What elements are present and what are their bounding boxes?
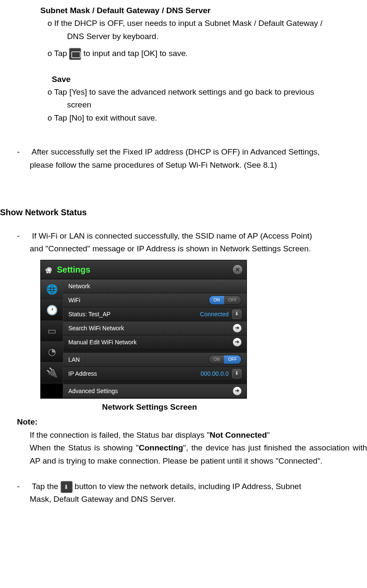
arrow-right-icon: ➔ xyxy=(233,324,241,332)
image-caption: Network Settings Screen xyxy=(0,401,367,414)
dash: - xyxy=(17,480,30,493)
advanced-label: Advanced Settings xyxy=(68,386,233,396)
wifi-label: WiFi xyxy=(68,295,209,305)
sidebar-network-icon[interactable]: 🌐 xyxy=(41,279,63,300)
heading: Show Network Status xyxy=(0,205,367,219)
sidebar-clock-icon[interactable]: 🕐 xyxy=(41,300,63,321)
text: If the connection is failed, the Status … xyxy=(30,430,210,439)
dash-cont: please follow the same procedures of Set… xyxy=(30,159,367,172)
section-title: Save xyxy=(52,73,367,86)
toggle-on-inactive: ON xyxy=(209,355,224,364)
list-item-cont: DNS Server by keyboard. xyxy=(67,30,367,43)
wifi-row: WiFi ON OFF xyxy=(63,293,247,307)
text: If Wi-Fi or LAN is connected successfull… xyxy=(32,231,312,240)
status-label: Status: Test_AP xyxy=(68,309,200,319)
text: When the Status is showing " xyxy=(30,443,139,452)
lan-row: LAN ON OFF xyxy=(63,353,247,367)
toggle-on: ON xyxy=(209,296,224,304)
lan-toggle[interactable]: ON OFF xyxy=(209,355,241,364)
network-header: Network xyxy=(63,279,247,293)
search-wifi-row[interactable]: Search WiFi Network ➔ xyxy=(63,321,247,335)
sidebar-display-icon[interactable]: ▭ xyxy=(41,321,63,342)
status-action-icon[interactable]: ⬇ xyxy=(232,309,241,319)
section-title: Subnet Mask / Default Gateway / DNS Serv… xyxy=(40,4,367,17)
sidebar: 🌐 🕐 ▭ ◔ 🔌 xyxy=(41,279,63,398)
text: o Tap xyxy=(48,49,69,58)
keyboard-icon xyxy=(69,48,81,60)
status-row: Status: Test_AP Connected ⬇ xyxy=(63,307,247,321)
manual-edit-row[interactable]: Manual Edit WiFi Network ➔ xyxy=(63,335,247,349)
bold-text: Not Connected xyxy=(210,430,267,439)
text: " xyxy=(267,430,270,439)
note-content: When the Status is showing "Connecting",… xyxy=(30,442,367,467)
text: After successfully set the Fixed IP addr… xyxy=(31,147,319,156)
lan-label: LAN xyxy=(68,355,209,364)
sidebar-power-icon[interactable]: 🔌 xyxy=(41,363,63,383)
settings-body: 🌐 🕐 ▭ ◔ 🔌 Network WiFi ON OFF Status: Te… xyxy=(41,279,247,398)
text: button to view the network details, incl… xyxy=(75,482,301,491)
list-item: o If the DHCP is OFF, user needs to inpu… xyxy=(48,17,367,30)
settings-title: Settings xyxy=(57,263,233,276)
spacer xyxy=(63,381,247,384)
note-heading: Note: xyxy=(17,416,367,428)
wifi-toggle[interactable]: ON OFF xyxy=(209,295,241,305)
ip-label: IP Address xyxy=(68,369,201,378)
text: to input and tap [OK] to save. xyxy=(84,49,188,58)
spacer xyxy=(63,349,247,353)
text: Tap the xyxy=(32,482,61,491)
dash-item: - After successfully set the Fixed IP ad… xyxy=(17,146,367,158)
advanced-row[interactable]: Advanced Settings ➔ xyxy=(63,384,247,398)
download-icon xyxy=(61,481,73,493)
sidebar-disc-icon[interactable]: ◔ xyxy=(41,342,63,363)
dash: - xyxy=(17,230,30,242)
arrow-right-icon: ➔ xyxy=(233,338,241,346)
dash-cont: Mask, Default Gateway and DNS Server. xyxy=(30,493,367,506)
list-item: o Tap to input and tap [OK] to save. xyxy=(48,47,367,60)
settings-screenshot: Settings ✕ 🌐 🕐 ▭ ◔ 🔌 Network WiFi ON OFF… xyxy=(40,260,247,399)
list-item: o Tap [Yes] to save the advanced network… xyxy=(48,86,367,98)
ip-action-icon[interactable]: ⬇ xyxy=(232,369,241,378)
list-item: o Tap [No] to exit without save. xyxy=(48,112,367,124)
ip-value: 000.00.0.0 xyxy=(201,369,229,378)
ip-row: IP Address 000.00.0.0 ⬇ xyxy=(63,367,247,381)
dash: - xyxy=(17,146,30,158)
list-item-cont: screen xyxy=(67,98,367,111)
dash-item: - Tap the button to view the network det… xyxy=(17,480,367,493)
arrow-right-icon: ➔ xyxy=(233,387,241,395)
close-icon[interactable]: ✕ xyxy=(233,265,242,274)
status-value: Connected xyxy=(200,309,229,319)
settings-header: Settings ✕ xyxy=(41,260,247,279)
dash-cont: and "Connected" message or IP Address is… xyxy=(30,242,367,255)
gear-icon xyxy=(45,265,53,274)
toggle-off: OFF xyxy=(224,296,241,304)
manual-edit-label: Manual Edit WiFi Network xyxy=(68,338,233,347)
bold-text: Connecting xyxy=(139,443,183,452)
note-content: If the connection is failed, the Status … xyxy=(30,429,367,442)
toggle-off-active: OFF xyxy=(224,355,241,364)
content-panel: Network WiFi ON OFF Status: Test_AP Conn… xyxy=(63,279,247,398)
search-wifi-label: Search WiFi Network xyxy=(68,324,233,333)
dash-item: - If Wi-Fi or LAN is connected successfu… xyxy=(17,230,367,242)
